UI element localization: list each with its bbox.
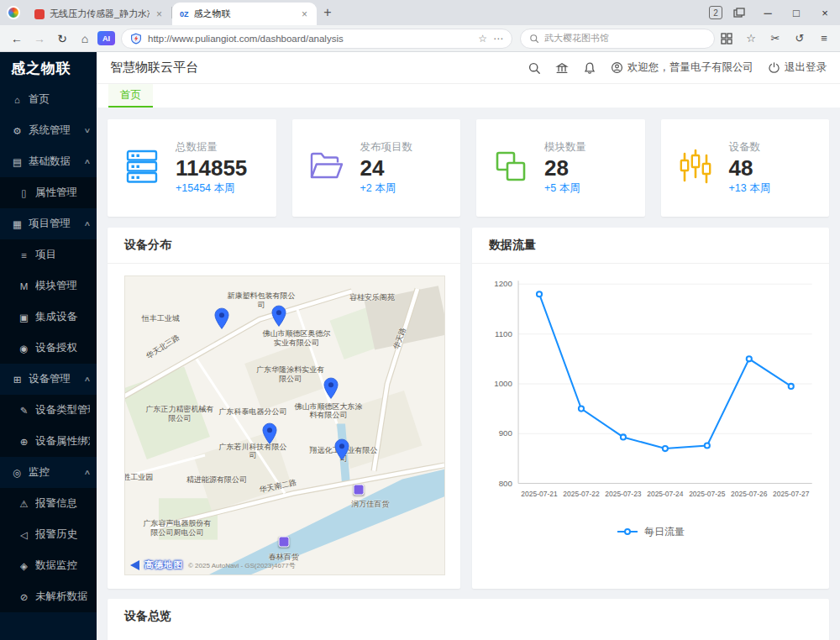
- browser-tabstrip: 无线压力传感器_静力水准仪 × 0Z 感之物联 × + 2 ─ □ ×: [0, 0, 840, 25]
- browser-logo-icon[interactable]: [7, 6, 20, 19]
- gear-icon: ⚙: [11, 125, 24, 137]
- url-field[interactable]: http://www.puliangiot.com/dashboard/anal…: [121, 29, 512, 49]
- sidebar-item-alarm-info[interactable]: ⚠报警信息: [0, 488, 97, 519]
- logout-icon: [768, 61, 780, 74]
- sidebar-item-alarm-history[interactable]: ◁报警历史: [0, 519, 97, 550]
- alert-icon: ⚠: [18, 498, 30, 510]
- sidebar-item-label: 报警信息: [35, 496, 90, 511]
- user-welcome[interactable]: 欢迎您，普量电子有限公司: [611, 60, 753, 75]
- map-label: 恒丰工业城: [142, 313, 180, 323]
- stat-label: 模块数量: [544, 140, 586, 155]
- amap-logo-text: 高德地图: [144, 559, 183, 571]
- tab-home[interactable]: 首页: [108, 84, 153, 108]
- stat-value: 48: [729, 155, 771, 182]
- new-tab-button[interactable]: +: [317, 3, 339, 23]
- stat-label: 设备数: [729, 140, 771, 155]
- sidebar-item-attribute-mgmt[interactable]: ▯属性管理: [0, 177, 97, 208]
- close-button[interactable]: ×: [813, 3, 837, 23]
- sidebar-item-label: 设备授权: [35, 341, 90, 355]
- sidebar-item-system-mgmt[interactable]: ⚙系统管理∨: [0, 115, 97, 146]
- chevron-up-icon: ∧: [84, 469, 92, 476]
- apps-grid-icon[interactable]: [719, 33, 734, 45]
- sidebar-item-module-mgmt[interactable]: M模块管理: [0, 270, 97, 302]
- stat-card-published-projects: 发布项目数 24 +2 本周: [292, 119, 461, 217]
- tab-count-badge[interactable]: 2: [709, 6, 722, 19]
- appstore-icon: ▦: [11, 218, 24, 230]
- map-label: 润万佳百货: [351, 500, 389, 509]
- map-canvas[interactable]: 高德地图 © 2025 AutoNavi - GS(2023)4677号 新康塑…: [124, 275, 445, 575]
- app-logo[interactable]: 感之物联: [0, 52, 97, 84]
- folder-open-icon: [307, 147, 346, 189]
- sidebar-item-label: 设备管理: [29, 372, 85, 386]
- ai-assistant-icon[interactable]: AI: [97, 31, 115, 45]
- organization-icon[interactable]: [555, 61, 569, 75]
- history-undo-icon[interactable]: ↺: [792, 32, 807, 45]
- sidebar-item-integrated-device[interactable]: ▣集成设备: [0, 302, 97, 333]
- stat-delta: +5 本周: [544, 181, 586, 196]
- sidebar-item-monitor[interactable]: ◎监控∧: [0, 457, 97, 488]
- device-location-pin[interactable]: [334, 438, 350, 464]
- browser-tab-sensor[interactable]: 无线压力传感器_静力水准仪 ×: [27, 3, 171, 25]
- device-location-pin[interactable]: [214, 307, 230, 333]
- map-label: 春林百货: [269, 553, 299, 562]
- home-icon[interactable]: ⌂: [75, 29, 95, 49]
- device-manage-icon: ⊞: [11, 374, 24, 386]
- stat-delta: +13 本周: [729, 181, 771, 196]
- modules-icon: [491, 147, 530, 189]
- bell-icon[interactable]: [583, 61, 596, 75]
- shield-speed-icon[interactable]: [130, 33, 142, 45]
- device-distribution-panel: 设备分布: [108, 228, 460, 589]
- device-location-pin[interactable]: [271, 305, 287, 331]
- sidebar-item-label: 属性管理: [35, 186, 90, 200]
- forward-icon[interactable]: →: [29, 29, 50, 49]
- sidebar-item-device-auth[interactable]: ◉设备授权: [0, 333, 97, 364]
- maximize-button[interactable]: □: [785, 3, 808, 23]
- sidebar-item-base-data[interactable]: ▤基础数据∧: [0, 146, 97, 177]
- tab-close-icon[interactable]: ×: [155, 8, 164, 20]
- shield-icon: ◈: [18, 560, 30, 572]
- back-icon[interactable]: ←: [7, 29, 27, 49]
- stat-value: 114855: [176, 155, 247, 182]
- sidebar-item-data-monitor[interactable]: ◈数据监控: [0, 550, 97, 581]
- device-location-pin[interactable]: [323, 377, 339, 403]
- sidebar-item-home[interactable]: ⌂首页: [0, 84, 97, 115]
- panel-title: 设备分布: [108, 228, 460, 264]
- sidebar-item-label: 集成设备: [35, 310, 90, 324]
- chart-legend[interactable]: 每日流量: [479, 522, 822, 548]
- refresh-icon[interactable]: ↻: [52, 29, 72, 49]
- sidebar-item-project[interactable]: ≡项目: [0, 239, 97, 270]
- scissors-screenshot-icon[interactable]: ✂: [768, 32, 783, 45]
- data-flow-chart: 8009001000110012002025-07-212025-07-2220…: [479, 270, 822, 522]
- browser-tab-iot[interactable]: 0Z 感之物联 ×: [172, 3, 317, 25]
- sidebar-item-device-type-mgmt[interactable]: ✎设备类型管理: [0, 395, 97, 426]
- sidebar-item-device-attr-bind[interactable]: ⊕设备属性绑定: [0, 426, 97, 457]
- logout-button[interactable]: 退出登录: [768, 60, 827, 75]
- chevron-up-icon: ∧: [84, 375, 92, 383]
- tab-close-icon[interactable]: ×: [300, 8, 309, 20]
- menu-icon[interactable]: ≡: [816, 32, 832, 45]
- search-icon: [529, 34, 539, 44]
- welcome-text: 欢迎您，普量电子有限公司: [627, 60, 753, 75]
- sidebar-item-label: 模块管理: [35, 279, 90, 293]
- home-icon: ⌂: [11, 95, 24, 105]
- search-suggestion-text[interactable]: 武大樱花图书馆: [544, 32, 609, 45]
- device-location-pin[interactable]: [262, 422, 278, 449]
- favorites-star-icon[interactable]: ☆: [743, 32, 759, 45]
- bind-icon: ⊕: [18, 436, 30, 448]
- svg-text:1000: 1000: [494, 379, 512, 388]
- sidebar-item-project-mgmt[interactable]: ▦项目管理∧: [0, 208, 97, 239]
- url-text[interactable]: http://www.puliangiot.com/dashboard/anal…: [148, 34, 472, 44]
- sidebar-item-unparsed-data[interactable]: ⊘未解析数据: [0, 581, 97, 612]
- sidebar-menu: ⌂首页⚙系统管理∨▤基础数据∧▯属性管理▦项目管理∧≡项目M模块管理▣集成设备◉…: [0, 84, 97, 612]
- map-label: 容桂安乐阁苑: [349, 293, 395, 302]
- panel-title: 设备总览: [108, 599, 829, 634]
- more-options-icon[interactable]: ⋯: [493, 33, 503, 45]
- search-icon[interactable]: [528, 61, 541, 75]
- svg-text:1100: 1100: [495, 329, 512, 338]
- browser-search-box[interactable]: 武大樱花图书馆: [520, 29, 715, 49]
- bookmark-star-icon[interactable]: ☆: [478, 33, 487, 45]
- sidebar-item-label: 首页: [29, 92, 90, 107]
- multi-window-icon[interactable]: [727, 3, 751, 23]
- minimize-button[interactable]: ─: [756, 3, 780, 23]
- sidebar-item-device-mgmt[interactable]: ⊞设备管理∧: [0, 364, 97, 395]
